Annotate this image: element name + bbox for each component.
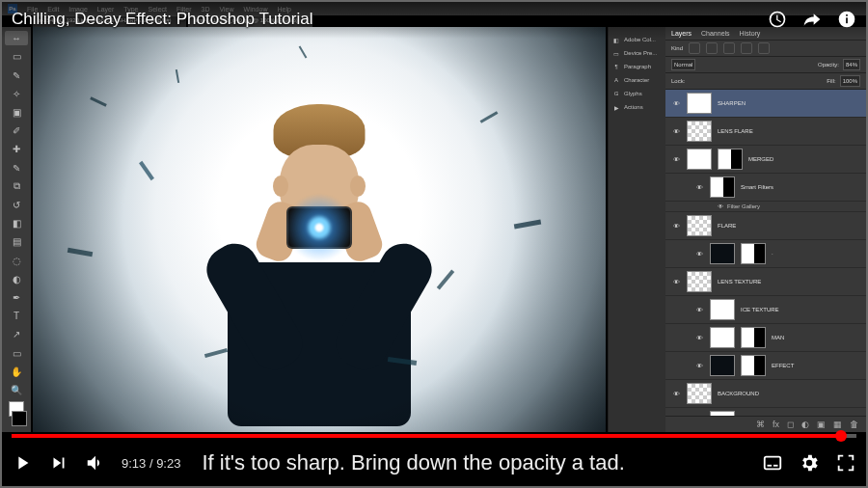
info-button[interactable] xyxy=(837,10,856,29)
layer-fx-icon[interactable]: fx xyxy=(773,420,779,429)
layer-row[interactable]: 👁FLARE xyxy=(665,212,866,240)
filter-shape-icon[interactable] xyxy=(741,42,752,54)
type-tool[interactable]: T xyxy=(5,309,28,323)
layer-mask-thumbnail[interactable] xyxy=(741,243,766,264)
visibility-eye-icon[interactable]: 👁 xyxy=(671,277,681,286)
layer-row[interactable]: 👁LENS TEXTURE xyxy=(665,268,866,296)
layer-thumbnail[interactable] xyxy=(710,355,735,376)
hand-tool[interactable]: ✋ xyxy=(5,365,28,379)
layer-thumbnail[interactable] xyxy=(687,93,712,114)
layer-thumbnail[interactable] xyxy=(687,383,712,404)
shape-tool[interactable]: ▭ xyxy=(5,345,28,360)
layer-name: · xyxy=(772,251,773,257)
next-button[interactable] xyxy=(48,452,69,474)
wand-tool[interactable]: ✧ xyxy=(5,87,28,101)
filter-pixel-icon[interactable] xyxy=(689,42,700,54)
fullscreen-button[interactable] xyxy=(835,452,856,474)
layer-thumbnail[interactable] xyxy=(687,271,712,292)
layer-row[interactable]: 👁Background🔒 xyxy=(665,408,866,416)
visibility-eye-icon[interactable]: 👁 xyxy=(671,154,681,164)
layer-thumbnail[interactable] xyxy=(710,176,735,198)
layer-row[interactable]: 👁SHARPEN xyxy=(665,90,866,118)
panel-actions[interactable]: ▶Actions xyxy=(609,100,666,114)
svg-rect-5 xyxy=(773,465,778,467)
path-tool[interactable]: ↗ xyxy=(5,327,28,341)
panel-paragraph[interactable]: ¶Paragraph xyxy=(609,60,666,73)
color-swatches[interactable] xyxy=(6,401,27,426)
visibility-eye-icon[interactable]: 👁 xyxy=(694,361,704,370)
layer-thumbnail[interactable] xyxy=(687,149,712,170)
layer-row[interactable]: 👁EFFECT xyxy=(665,352,866,380)
filter-type-icon[interactable] xyxy=(723,42,735,54)
layer-list: 👁SHARPEN👁LENS FLARE👁MERGED👁Smart Filters… xyxy=(665,90,866,416)
blend-mode-select[interactable]: Normal xyxy=(671,59,695,70)
filter-smart-icon[interactable] xyxy=(758,42,770,54)
zoom-tool[interactable]: 🔍 xyxy=(5,383,28,397)
volume-button[interactable] xyxy=(85,452,106,474)
filter-row[interactable]: 👁Filter Gallery xyxy=(665,202,866,212)
visibility-eye-icon[interactable]: 👁 xyxy=(671,98,681,108)
lasso-tool[interactable]: ✎ xyxy=(5,68,28,82)
layer-row[interactable]: 👁LENS FLARE xyxy=(665,118,866,146)
layer-thumbnail[interactable] xyxy=(687,215,712,236)
brush-tool[interactable]: ✎ xyxy=(5,160,28,175)
layer-thumbnail[interactable] xyxy=(687,121,712,142)
visibility-eye-icon[interactable]: 👁 xyxy=(671,126,681,136)
layers-panel: Layers Channels History Kind Normal Opac… xyxy=(665,27,866,432)
heal-tool[interactable]: ✚ xyxy=(5,142,28,156)
panel-character[interactable]: ACharacter xyxy=(609,73,666,87)
share-button[interactable] xyxy=(802,10,822,29)
group-icon[interactable]: ▣ xyxy=(817,420,826,429)
play-button[interactable] xyxy=(12,452,33,474)
watch-later-button[interactable] xyxy=(768,10,787,29)
layer-mask-thumbnail[interactable] xyxy=(718,149,743,170)
layer-name: LENS FLARE xyxy=(718,128,753,134)
layer-thumbnail[interactable] xyxy=(710,243,735,264)
visibility-eye-icon[interactable]: 👁 xyxy=(694,249,704,258)
marquee-tool[interactable]: ▭ xyxy=(5,49,28,64)
gradient-tool[interactable]: ▤ xyxy=(5,234,28,249)
blur-tool[interactable]: ◌ xyxy=(5,253,28,267)
opacity-input[interactable]: 84% xyxy=(843,59,860,70)
eyedropper-tool[interactable]: ✐ xyxy=(5,123,28,138)
filter-adjust-icon[interactable] xyxy=(706,42,718,54)
canvas[interactable] xyxy=(33,27,606,432)
layer-row[interactable]: 👁Smart Filters xyxy=(665,174,866,202)
visibility-eye-icon[interactable]: 👁 xyxy=(671,389,681,398)
stamp-tool[interactable]: ⧉ xyxy=(5,179,28,194)
layer-thumbnail[interactable] xyxy=(710,327,735,348)
tool-palette: ↔ ▭ ✎ ✧ ▣ ✐ ✚ ✎ ⧉ ↺ ◧ ▤ ◌ ◐ ✒ T ↗ ▭ ✋ 🔍 xyxy=(2,27,31,432)
visibility-eye-icon[interactable]: 👁 xyxy=(694,305,704,314)
layer-row[interactable]: 👁· xyxy=(665,240,866,268)
adjustment-layer-icon[interactable]: ◐ xyxy=(801,420,809,429)
visibility-eye-icon[interactable]: 👁 xyxy=(694,333,704,342)
progress-bar[interactable] xyxy=(12,434,856,438)
kind-label: Kind xyxy=(671,45,683,51)
layer-row[interactable]: 👁BACKGROUND xyxy=(665,380,866,408)
fill-input[interactable]: 100% xyxy=(840,75,860,87)
history-brush-tool[interactable]: ↺ xyxy=(5,198,28,212)
pen-tool[interactable]: ✒ xyxy=(5,290,28,305)
layer-mask-icon[interactable]: ◻ xyxy=(787,420,794,429)
caption-text: If it's too sharp. Bring down the opacit… xyxy=(196,448,630,477)
layer-mask-thumbnail[interactable] xyxy=(741,327,766,348)
panel-glyphs[interactable]: GGlyphs xyxy=(609,87,666,100)
layer-row[interactable]: 👁MAN xyxy=(665,324,866,352)
new-layer-icon[interactable]: ▦ xyxy=(833,420,842,429)
link-layers-icon[interactable]: ⌘ xyxy=(756,420,765,429)
visibility-eye-icon[interactable]: 👁 xyxy=(694,182,704,192)
captions-button[interactable] xyxy=(762,452,783,474)
settings-button[interactable] xyxy=(799,452,820,474)
layer-row[interactable]: 👁MERGED xyxy=(665,146,866,174)
background-swatch[interactable] xyxy=(12,411,27,426)
layer-row[interactable]: 👁ICE TEXTURE xyxy=(665,296,866,324)
eraser-tool[interactable]: ◧ xyxy=(5,216,28,230)
visibility-eye-icon[interactable]: 👁 xyxy=(671,221,681,230)
crop-tool[interactable]: ▣ xyxy=(5,105,28,120)
dodge-tool[interactable]: ◐ xyxy=(5,272,28,286)
panel-device-preview[interactable]: ▭Device Pre... xyxy=(609,46,666,60)
trash-icon[interactable]: 🗑 xyxy=(850,420,858,429)
eye-icon[interactable]: 👁 xyxy=(718,203,723,209)
layer-mask-thumbnail[interactable] xyxy=(741,355,766,376)
layer-thumbnail[interactable] xyxy=(710,299,735,320)
